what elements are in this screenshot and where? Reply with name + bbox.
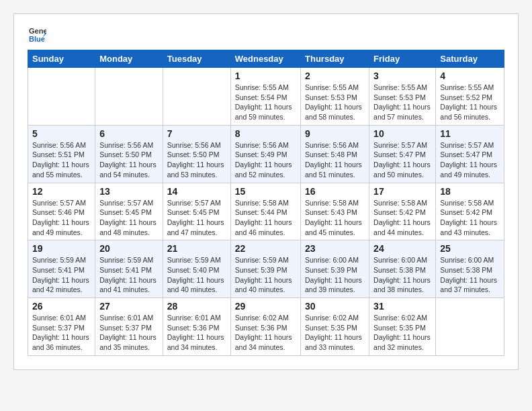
calendar-cell: 27Sunrise: 6:01 AM Sunset: 5:37 PM Dayli… bbox=[95, 298, 163, 356]
day-info: Sunrise: 5:56 AM Sunset: 5:49 PM Dayligh… bbox=[235, 140, 296, 180]
day-number: 14 bbox=[167, 186, 226, 197]
calendar-cell: 19Sunrise: 5:59 AM Sunset: 5:41 PM Dayli… bbox=[28, 240, 95, 298]
day-info: Sunrise: 5:55 AM Sunset: 5:54 PM Dayligh… bbox=[235, 83, 296, 122]
day-number: 21 bbox=[167, 243, 226, 254]
calendar-cell bbox=[95, 68, 163, 126]
day-info: Sunrise: 5:57 AM Sunset: 5:45 PM Dayligh… bbox=[99, 198, 159, 238]
day-number: 5 bbox=[32, 128, 91, 139]
day-number: 12 bbox=[32, 186, 91, 197]
calendar-cell: 17Sunrise: 5:58 AM Sunset: 5:42 PM Dayli… bbox=[369, 183, 436, 240]
day-number: 27 bbox=[99, 301, 159, 312]
calendar-cell: 8Sunrise: 5:56 AM Sunset: 5:49 PM Daylig… bbox=[230, 125, 300, 183]
day-number: 18 bbox=[440, 186, 500, 197]
calendar-cell: 10Sunrise: 5:57 AM Sunset: 5:47 PM Dayli… bbox=[369, 125, 436, 183]
day-info: Sunrise: 5:58 AM Sunset: 5:44 PM Dayligh… bbox=[235, 198, 296, 238]
calendar-cell: 23Sunrise: 6:00 AM Sunset: 5:39 PM Dayli… bbox=[301, 240, 369, 298]
day-number: 4 bbox=[440, 71, 500, 81]
weekday-header-friday: Friday bbox=[369, 50, 436, 68]
day-info: Sunrise: 5:56 AM Sunset: 5:51 PM Dayligh… bbox=[32, 140, 91, 180]
weekday-header-thursday: Thursday bbox=[301, 50, 369, 68]
day-number: 13 bbox=[99, 186, 159, 197]
day-info: Sunrise: 6:00 AM Sunset: 5:38 PM Dayligh… bbox=[373, 255, 431, 295]
day-info: Sunrise: 6:01 AM Sunset: 5:37 PM Dayligh… bbox=[32, 313, 91, 353]
day-info: Sunrise: 5:56 AM Sunset: 5:50 PM Dayligh… bbox=[167, 140, 226, 180]
day-info: Sunrise: 6:01 AM Sunset: 5:36 PM Dayligh… bbox=[167, 313, 226, 353]
calendar-cell: 11Sunrise: 5:57 AM Sunset: 5:47 PM Dayli… bbox=[436, 125, 504, 183]
calendar-cell: 3Sunrise: 5:55 AM Sunset: 5:53 PM Daylig… bbox=[369, 68, 436, 126]
day-number: 11 bbox=[440, 128, 500, 139]
day-number: 7 bbox=[167, 128, 226, 139]
calendar-table: SundayMondayTuesdayWednesdayThursdayFrid… bbox=[28, 50, 504, 356]
day-number: 2 bbox=[305, 71, 365, 81]
day-info: Sunrise: 5:57 AM Sunset: 5:47 PM Dayligh… bbox=[373, 140, 431, 180]
day-info: Sunrise: 5:56 AM Sunset: 5:50 PM Dayligh… bbox=[99, 140, 159, 180]
day-number: 9 bbox=[305, 128, 365, 139]
day-info: Sunrise: 5:55 AM Sunset: 5:52 PM Dayligh… bbox=[440, 83, 500, 122]
weekday-header-sunday: Sunday bbox=[28, 50, 95, 68]
calendar-cell: 26Sunrise: 6:01 AM Sunset: 5:37 PM Dayli… bbox=[28, 298, 95, 356]
week-row-2: 5Sunrise: 5:56 AM Sunset: 5:51 PM Daylig… bbox=[28, 125, 504, 183]
calendar-cell: 30Sunrise: 6:02 AM Sunset: 5:35 PM Dayli… bbox=[301, 298, 369, 356]
day-info: Sunrise: 6:00 AM Sunset: 5:38 PM Dayligh… bbox=[440, 255, 500, 295]
day-number: 28 bbox=[167, 301, 226, 312]
calendar-cell: 5Sunrise: 5:56 AM Sunset: 5:51 PM Daylig… bbox=[28, 125, 95, 183]
day-number: 30 bbox=[305, 301, 365, 312]
day-number: 25 bbox=[440, 243, 500, 254]
calendar-cell: 21Sunrise: 5:59 AM Sunset: 5:40 PM Dayli… bbox=[163, 240, 230, 298]
calendar-cell: 18Sunrise: 5:58 AM Sunset: 5:42 PM Dayli… bbox=[436, 183, 504, 240]
calendar-cell: 12Sunrise: 5:57 AM Sunset: 5:46 PM Dayli… bbox=[28, 183, 95, 240]
calendar-cell: 24Sunrise: 6:00 AM Sunset: 5:38 PM Dayli… bbox=[369, 240, 436, 298]
calendar-container: General Blue SundayMondayTuesdayWednesda… bbox=[13, 13, 519, 370]
calendar-cell: 2Sunrise: 5:55 AM Sunset: 5:53 PM Daylig… bbox=[301, 68, 369, 126]
calendar-cell: 9Sunrise: 5:56 AM Sunset: 5:48 PM Daylig… bbox=[301, 125, 369, 183]
day-info: Sunrise: 6:02 AM Sunset: 5:35 PM Dayligh… bbox=[305, 313, 365, 353]
logo: General Blue bbox=[28, 24, 46, 43]
day-info: Sunrise: 6:00 AM Sunset: 5:39 PM Dayligh… bbox=[305, 255, 365, 295]
calendar-cell: 6Sunrise: 5:56 AM Sunset: 5:50 PM Daylig… bbox=[95, 125, 163, 183]
calendar-cell: 16Sunrise: 5:58 AM Sunset: 5:43 PM Dayli… bbox=[301, 183, 369, 240]
calendar-cell bbox=[28, 68, 95, 126]
day-info: Sunrise: 5:57 AM Sunset: 5:46 PM Dayligh… bbox=[32, 198, 91, 238]
day-number: 20 bbox=[99, 243, 159, 254]
calendar-cell: 4Sunrise: 5:55 AM Sunset: 5:52 PM Daylig… bbox=[436, 68, 504, 126]
day-info: Sunrise: 5:55 AM Sunset: 5:53 PM Dayligh… bbox=[305, 83, 365, 122]
calendar-cell: 13Sunrise: 5:57 AM Sunset: 5:45 PM Dayli… bbox=[95, 183, 163, 240]
day-number: 26 bbox=[32, 301, 91, 312]
day-info: Sunrise: 5:59 AM Sunset: 5:41 PM Dayligh… bbox=[99, 255, 159, 295]
weekday-header-wednesday: Wednesday bbox=[230, 50, 300, 68]
day-number: 6 bbox=[99, 128, 159, 139]
calendar-cell: 22Sunrise: 5:59 AM Sunset: 5:39 PM Dayli… bbox=[230, 240, 300, 298]
svg-text:Blue: Blue bbox=[29, 35, 45, 43]
day-info: Sunrise: 5:56 AM Sunset: 5:48 PM Dayligh… bbox=[305, 140, 365, 180]
week-row-3: 12Sunrise: 5:57 AM Sunset: 5:46 PM Dayli… bbox=[28, 183, 504, 240]
day-info: Sunrise: 5:59 AM Sunset: 5:39 PM Dayligh… bbox=[235, 255, 296, 295]
day-info: Sunrise: 5:59 AM Sunset: 5:40 PM Dayligh… bbox=[167, 255, 226, 295]
calendar-cell: 28Sunrise: 6:01 AM Sunset: 5:36 PM Dayli… bbox=[163, 298, 230, 356]
day-number: 8 bbox=[235, 128, 296, 139]
calendar-cell: 15Sunrise: 5:58 AM Sunset: 5:44 PM Dayli… bbox=[230, 183, 300, 240]
day-info: Sunrise: 6:01 AM Sunset: 5:37 PM Dayligh… bbox=[99, 313, 159, 353]
day-number: 1 bbox=[235, 71, 296, 81]
day-number: 31 bbox=[373, 301, 431, 312]
calendar-cell: 31Sunrise: 6:02 AM Sunset: 5:35 PM Dayli… bbox=[369, 298, 436, 356]
calendar-cell: 14Sunrise: 5:57 AM Sunset: 5:45 PM Dayli… bbox=[163, 183, 230, 240]
day-number: 10 bbox=[373, 128, 431, 139]
week-row-1: 1Sunrise: 5:55 AM Sunset: 5:54 PM Daylig… bbox=[28, 68, 504, 126]
calendar-cell bbox=[436, 298, 504, 356]
calendar-cell bbox=[163, 68, 230, 126]
day-info: Sunrise: 5:55 AM Sunset: 5:53 PM Dayligh… bbox=[373, 83, 431, 122]
day-number: 29 bbox=[235, 301, 296, 312]
day-info: Sunrise: 5:58 AM Sunset: 5:42 PM Dayligh… bbox=[373, 198, 431, 238]
day-number: 3 bbox=[373, 71, 431, 81]
calendar-cell: 25Sunrise: 6:00 AM Sunset: 5:38 PM Dayli… bbox=[436, 240, 504, 298]
weekday-header-tuesday: Tuesday bbox=[163, 50, 230, 68]
day-number: 17 bbox=[373, 186, 431, 197]
day-info: Sunrise: 5:58 AM Sunset: 5:42 PM Dayligh… bbox=[440, 198, 500, 238]
day-number: 24 bbox=[373, 243, 431, 254]
day-number: 16 bbox=[305, 186, 365, 197]
calendar-cell: 20Sunrise: 5:59 AM Sunset: 5:41 PM Dayli… bbox=[95, 240, 163, 298]
day-info: Sunrise: 5:57 AM Sunset: 5:47 PM Dayligh… bbox=[440, 140, 500, 180]
weekday-header-saturday: Saturday bbox=[436, 50, 504, 68]
weekday-header-monday: Monday bbox=[95, 50, 163, 68]
calendar-cell: 7Sunrise: 5:56 AM Sunset: 5:50 PM Daylig… bbox=[163, 125, 230, 183]
